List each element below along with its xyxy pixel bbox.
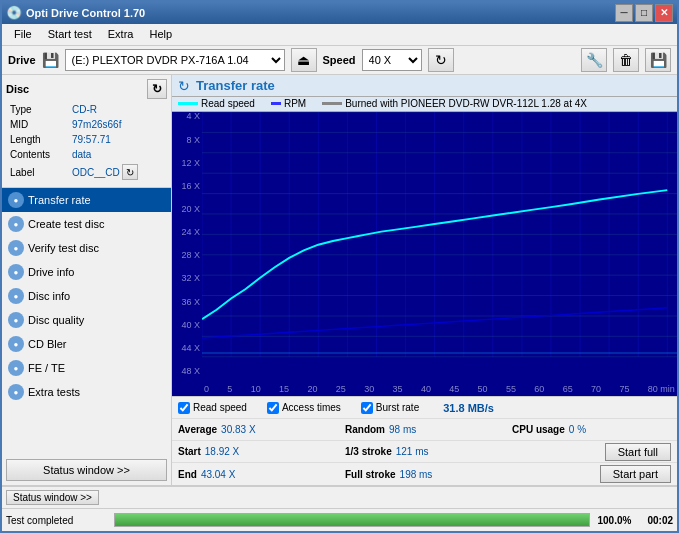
nav-items: ● Transfer rate ● Create test disc ● Ver… (2, 188, 171, 455)
access-times-checkbox[interactable] (267, 402, 279, 414)
label-refresh-button[interactable]: ↻ (122, 164, 138, 180)
legend-read-speed: Read speed (178, 98, 255, 109)
refresh-button[interactable]: ↻ (428, 48, 454, 72)
y-label-44: 44 X (172, 344, 202, 353)
settings-button[interactable]: 🔧 (581, 48, 607, 72)
cd-bler-icon: ● (8, 336, 24, 352)
cpu-value: 0 % (569, 424, 586, 435)
stats-row-1: Average 30.83 X Random 98 ms CPU usage 0… (172, 419, 677, 441)
nav-verify-test-disc[interactable]: ● Verify test disc (2, 236, 171, 260)
disc-type-value: CD-R (70, 103, 165, 116)
maximize-button[interactable]: □ (635, 4, 653, 22)
nav-disc-quality[interactable]: ● Disc quality (2, 308, 171, 332)
disc-type-label: Type (8, 103, 68, 116)
window: 💿 Opti Drive Control 1.70 ─ □ ✕ File Sta… (0, 0, 679, 533)
rpm-legend-color (271, 102, 281, 105)
disc-refresh-button[interactable]: ↻ (147, 79, 167, 99)
minimize-button[interactable]: ─ (615, 4, 633, 22)
menu-help[interactable]: Help (141, 26, 180, 42)
disc-info-icon: ● (8, 288, 24, 304)
burst-rate-checkbox-label: Burst rate (376, 402, 419, 413)
disc-mid-label: MID (8, 118, 68, 131)
x-axis: 0 5 10 15 20 25 30 35 40 45 50 55 60 65 … (202, 384, 677, 394)
chart-icon: ↻ (178, 78, 190, 94)
x-label-80: 80 min (648, 384, 675, 394)
y-label-32: 32 X (172, 274, 202, 283)
nav-disc-info-label: Disc info (28, 290, 70, 302)
x-label-15: 15 (279, 384, 289, 394)
full-stroke-value: 198 ms (400, 469, 433, 480)
menu-file[interactable]: File (6, 26, 40, 42)
speed-select[interactable]: 40 X (362, 49, 422, 71)
x-label-60: 60 (534, 384, 544, 394)
disc-label-row: Label ODC__CD ↻ (8, 163, 165, 181)
y-label-4: 4 X (172, 112, 202, 121)
menu-start-test[interactable]: Start test (40, 26, 100, 42)
burned-legend-color (322, 102, 342, 105)
menu-extra[interactable]: Extra (100, 26, 142, 42)
disc-quality-icon: ● (8, 312, 24, 328)
extra-tests-icon: ● (8, 384, 24, 400)
x-label-65: 65 (563, 384, 573, 394)
y-label-12: 12 X (172, 159, 202, 168)
cpu-label: CPU usage (512, 424, 565, 435)
disc-info-table: Type CD-R MID 97m26s66f Length 79:57.71 … (6, 101, 167, 183)
disc-length-row: Length 79:57.71 (8, 133, 165, 146)
status-window-button[interactable]: Status window >> (6, 490, 99, 505)
drive-select[interactable]: (E:) PLEXTOR DVDR PX-716A 1.04 (65, 49, 285, 71)
burst-rate-value: 31.8 MB/s (443, 402, 494, 414)
disc-length-value: 79:57.71 (70, 133, 165, 146)
nav-drive-info[interactable]: ● Drive info (2, 260, 171, 284)
access-times-checkbox-label: Access times (282, 402, 341, 413)
chart-area: ↻ Transfer rate Read speed RPM Burned wi… (172, 75, 677, 485)
legend-burned: Burned with PIONEER DVD-RW DVR-112L 1.28… (322, 98, 587, 109)
nav-create-test-disc[interactable]: ● Create test disc (2, 212, 171, 236)
fe-te-icon: ● (8, 360, 24, 376)
drive-info-icon: ● (8, 264, 24, 280)
random-stat: Random 98 ms (345, 424, 504, 435)
stats-row-2: Start 18.92 X 1/3 stroke 121 ms Start fu… (172, 441, 677, 463)
nav-disc-info[interactable]: ● Disc info (2, 284, 171, 308)
disc-type-row: Type CD-R (8, 103, 165, 116)
burst-rate-checkbox-item: Burst rate (361, 402, 419, 414)
disc-contents-row: Contents data (8, 148, 165, 161)
nav-transfer-rate-label: Transfer rate (28, 194, 91, 206)
nav-transfer-rate[interactable]: ● Transfer rate (2, 188, 171, 212)
burst-rate-checkbox[interactable] (361, 402, 373, 414)
legend-area: Read speed RPM Burned with PIONEER DVD-R… (172, 97, 677, 112)
start-part-button[interactable]: Start part (600, 465, 671, 483)
y-label-36: 36 X (172, 298, 202, 307)
disc-contents-value: data (70, 148, 165, 161)
disc-length-label: Length (8, 133, 68, 146)
y-label-8: 8 X (172, 136, 202, 145)
chart-svg (202, 112, 677, 376)
start-full-button[interactable]: Start full (605, 443, 671, 461)
nav-create-test-disc-label: Create test disc (28, 218, 104, 230)
test-completed-label: Test completed (6, 515, 106, 526)
read-speed-checkbox[interactable] (178, 402, 190, 414)
create-test-disc-icon: ● (8, 216, 24, 232)
main-content: Disc ↻ Type CD-R MID 97m26s66f Length 79… (2, 75, 677, 485)
erase-button[interactable]: 🗑 (613, 48, 639, 72)
nav-extra-tests[interactable]: ● Extra tests (2, 380, 171, 404)
eject-button[interactable]: ⏏ (291, 48, 317, 72)
stats-row-3: End 43.04 X Full stroke 198 ms Start par… (172, 463, 677, 485)
full-stroke-stat: Full stroke 198 ms (345, 469, 504, 480)
x-label-0: 0 (204, 384, 209, 394)
drive-label: Drive (8, 54, 36, 66)
x-label-35: 35 (393, 384, 403, 394)
x-label-75: 75 (619, 384, 629, 394)
random-value: 98 ms (389, 424, 416, 435)
disc-mid-value: 97m26s66f (70, 118, 165, 131)
close-button[interactable]: ✕ (655, 4, 673, 22)
save-button[interactable]: 💾 (645, 48, 671, 72)
time-value: 00:02 (647, 515, 673, 526)
nav-fe-te[interactable]: ● FE / TE (2, 356, 171, 380)
x-label-40: 40 (421, 384, 431, 394)
nav-cd-bler[interactable]: ● CD Bler (2, 332, 171, 356)
nav-disc-quality-label: Disc quality (28, 314, 84, 326)
title-bar: 💿 Opti Drive Control 1.70 ─ □ ✕ (2, 2, 677, 24)
progress-bar-fill (115, 514, 589, 526)
x-label-20: 20 (307, 384, 317, 394)
status-window-button[interactable]: Status window >> (6, 459, 167, 481)
